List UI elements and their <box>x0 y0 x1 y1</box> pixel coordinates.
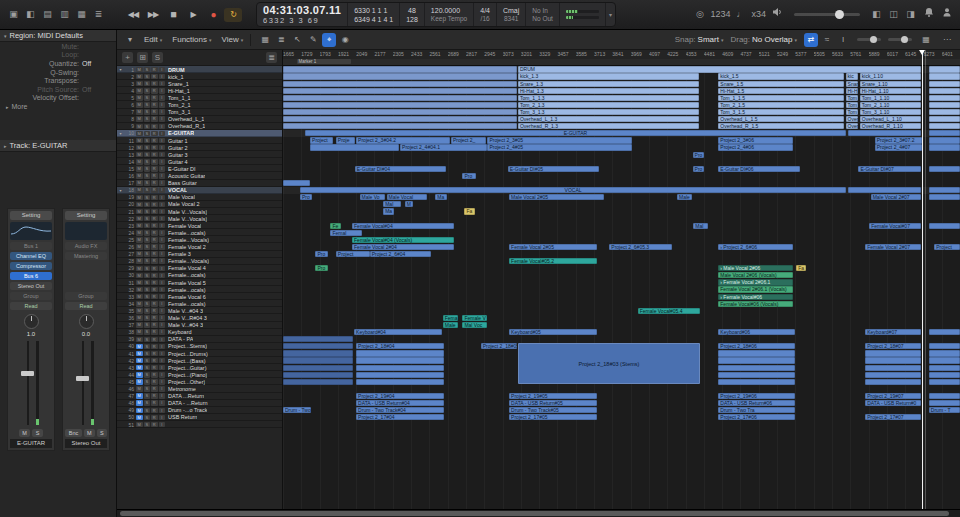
grid-icon[interactable]: ▦ <box>919 33 933 47</box>
region[interactable] <box>929 379 960 385</box>
track-header[interactable]: 19MSRIMale Vocal <box>117 194 282 201</box>
snap-dropdown[interactable]: Snap: Smart ▾ <box>675 35 724 44</box>
cycle-locator-end[interactable]: 6349 4 1 4 1 <box>354 15 393 24</box>
mute-button[interactable]: M <box>136 116 143 122</box>
record-enable-button[interactable]: R <box>151 344 158 350</box>
region[interactable] <box>929 144 960 150</box>
region[interactable]: Female Vocal 2#04 <box>352 244 454 250</box>
region[interactable] <box>283 365 353 371</box>
solo-button[interactable]: S <box>144 266 151 272</box>
mute-button[interactable]: M <box>136 74 143 80</box>
region[interactable]: Project 2_4#05 <box>487 144 632 150</box>
solo-button[interactable]: S <box>144 344 151 350</box>
mute-button[interactable]: M <box>136 329 143 335</box>
record-enable-button[interactable]: R <box>151 166 158 172</box>
send-slot[interactable]: Bus 6 <box>10 272 52 280</box>
track-header[interactable]: 15MSRIE-Guitar DI <box>117 165 282 172</box>
mute-button[interactable]: M <box>136 124 143 130</box>
division[interactable]: /16 <box>480 15 490 23</box>
region[interactable]: Project 2_4#07 <box>875 144 922 150</box>
region[interactable]: DATA - USB Return#06 <box>718 400 795 406</box>
region[interactable]: Tom <box>846 109 859 115</box>
region[interactable]: DRUM <box>518 66 921 72</box>
solo-button[interactable]: S <box>144 88 151 94</box>
input-slot[interactable]: Bus 1 <box>10 242 52 250</box>
region[interactable]: kick_1.10 <box>860 73 922 79</box>
track-lane[interactable]: ProjectProjeProject 2_3#04.2Project 2_Pr… <box>283 137 960 144</box>
mute-button[interactable]: M <box>136 266 143 272</box>
solo-button[interactable]: S <box>144 322 151 328</box>
smart-controls-icon[interactable]: ▤ <box>40 7 55 22</box>
region[interactable] <box>929 66 960 72</box>
region[interactable]: Drum - Two Tr <box>283 407 311 413</box>
region[interactable]: Female Vocal#04 <box>352 223 454 229</box>
input-monitor-button[interactable]: I <box>159 81 166 87</box>
track-lane[interactable]: Project 2_19#04Project 2_19#05Project 2_… <box>283 393 960 400</box>
region[interactable]: Pro <box>693 166 705 172</box>
mute-button[interactable]: M <box>136 365 143 371</box>
input-monitor-button[interactable]: I <box>159 109 166 115</box>
region[interactable]: Male Vocal <box>387 194 428 200</box>
record-enable-button[interactable]: R <box>151 266 158 272</box>
region[interactable]: Project 2_19#04 <box>356 393 444 399</box>
record-enable-button[interactable]: R <box>151 315 158 321</box>
mute-button[interactable]: M <box>136 223 143 229</box>
track-header[interactable]: 31MSRIFemale Vocal 5 <box>117 279 282 286</box>
track-lane[interactable]: Overhead_R_1.3Overhead_R_1.5OverOverhead… <box>283 123 960 130</box>
input-monitor-button[interactable]: I <box>159 237 166 243</box>
playhead[interactable] <box>922 50 923 509</box>
track-lane[interactable]: FemaFemale V <box>283 315 960 322</box>
track-header[interactable]: 45MSRIProject...Other) <box>117 378 282 385</box>
channel-strip-output[interactable]: Setting Audio FX Mastering Group Read 0.… <box>62 208 110 451</box>
input-monitor-button[interactable]: I <box>159 266 166 272</box>
region[interactable]: Project 2_ <box>451 137 486 143</box>
track-lane[interactable]: MaleMal Voc <box>283 322 960 329</box>
track-lane[interactable] <box>283 386 960 393</box>
record-enable-button[interactable]: R <box>151 308 158 314</box>
track-header[interactable]: 13MSRIGuitar 3 <box>117 151 282 158</box>
region[interactable]: Tom <box>846 95 859 101</box>
input-monitor-button[interactable]: I <box>159 415 166 421</box>
region[interactable] <box>283 81 517 87</box>
volume-fader[interactable] <box>20 339 42 427</box>
region[interactable] <box>848 187 922 193</box>
region-param[interactable]: Loop: <box>0 51 116 60</box>
mute-button[interactable]: M <box>136 337 143 343</box>
track-header[interactable]: 6MSRITom_2_1 <box>117 102 282 109</box>
mute-button[interactable]: M <box>136 393 143 399</box>
region[interactable]: › Female Vocal 2#06.1 <box>718 279 792 285</box>
track-lane[interactable] <box>283 215 960 222</box>
region-inspector-header[interactable]: ▾ Region: MIDI Defaults <box>0 30 116 42</box>
track-header[interactable]: 23MSRIFemale Vocal <box>117 222 282 229</box>
track-lane[interactable]: Female Vocal#05.2 <box>283 258 960 265</box>
track-lane[interactable]: kick_1.3kick_1.5kickick_1.10 <box>283 73 960 80</box>
record-enable-button[interactable]: R <box>151 159 158 165</box>
mute-button[interactable]: M <box>136 102 143 108</box>
input-monitor-button[interactable]: I <box>159 138 166 144</box>
region[interactable]: Project 2_17#06 <box>718 414 795 420</box>
track-header[interactable]: 37MSRIMale V...#04 3 <box>117 322 282 329</box>
region[interactable]: Tom_2_1.5 <box>718 102 843 108</box>
solo-button[interactable]: S <box>144 209 151 215</box>
setting-button[interactable]: Setting <box>65 211 107 220</box>
forward-button[interactable]: ▶▶ <box>144 8 162 22</box>
solo-button[interactable]: S <box>144 301 151 307</box>
input-monitor-button[interactable]: I <box>159 273 166 279</box>
record-enable-button[interactable]: R <box>151 109 158 115</box>
input-monitor-button[interactable]: I <box>159 88 166 94</box>
user-icon[interactable] <box>939 7 954 22</box>
record-enable-button[interactable]: R <box>151 202 158 208</box>
input-monitor-button[interactable]: I <box>159 195 166 201</box>
mute-button[interactable]: M <box>136 180 143 186</box>
track-header-options-icon[interactable]: ≣ <box>266 52 277 63</box>
solo-button[interactable]: S <box>144 102 151 108</box>
track-lane[interactable]: Overhead_L_1.3Overhead_L_1.5OverOverhead… <box>283 116 960 123</box>
arrange-area[interactable]: 1665172917931921204921772305243325612689… <box>283 50 960 509</box>
record-enable-button[interactable]: R <box>151 408 158 414</box>
track-lane[interactable]: ProMale VoMale VocalMaMale Vocal 2#05Mal… <box>283 194 960 201</box>
track-lane[interactable]: Female Vocal#05.4 <box>283 307 960 314</box>
lcd-display[interactable]: 04:31:03.07.11 6332 3 3 69 6330 1 1 1 63… <box>256 2 616 27</box>
solo-button[interactable]: S <box>144 337 151 343</box>
input-monitor-button[interactable]: I <box>159 116 166 122</box>
solo-button[interactable]: S <box>144 109 151 115</box>
